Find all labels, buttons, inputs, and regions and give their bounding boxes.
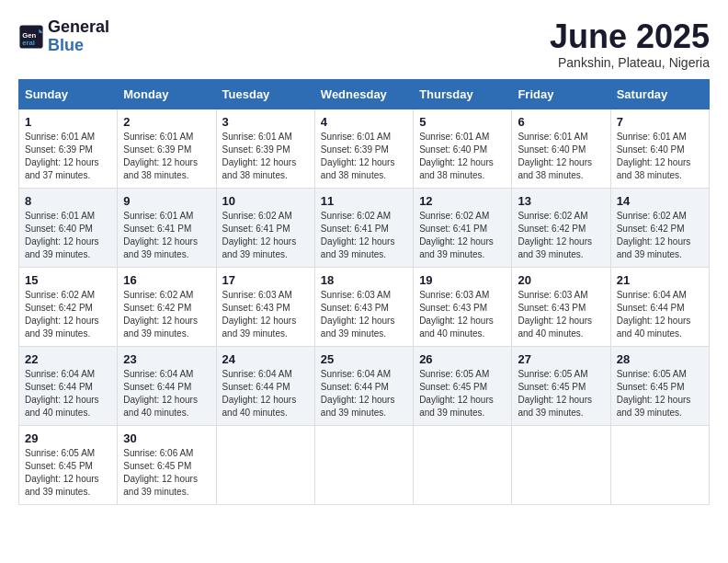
title-block: June 2025 Pankshin, Plateau, Nigeria — [550, 18, 710, 70]
calendar-cell: 22Sunrise: 6:04 AM Sunset: 6:44 PM Dayli… — [19, 346, 118, 425]
day-info: Sunrise: 6:05 AM Sunset: 6:45 PM Dayligh… — [419, 368, 506, 419]
day-number: 5 — [419, 115, 506, 129]
day-number: 30 — [123, 431, 210, 445]
calendar-cell: 29Sunrise: 6:05 AM Sunset: 6:45 PM Dayli… — [19, 425, 118, 504]
calendar-cell: 20Sunrise: 6:03 AM Sunset: 6:43 PM Dayli… — [512, 267, 610, 346]
day-number: 23 — [123, 352, 210, 366]
calendar-cell: 10Sunrise: 6:02 AM Sunset: 6:41 PM Dayli… — [216, 188, 314, 267]
calendar-cell: 24Sunrise: 6:04 AM Sunset: 6:44 PM Dayli… — [216, 346, 314, 425]
calendar-cell: 17Sunrise: 6:03 AM Sunset: 6:43 PM Dayli… — [216, 267, 314, 346]
calendar-cell — [610, 425, 709, 504]
calendar-cell: 3Sunrise: 6:01 AM Sunset: 6:39 PM Daylig… — [216, 109, 314, 188]
day-info: Sunrise: 6:01 AM Sunset: 6:41 PM Dayligh… — [123, 210, 210, 261]
svg-text:eral: eral — [22, 39, 35, 47]
day-info: Sunrise: 6:02 AM Sunset: 6:41 PM Dayligh… — [419, 210, 506, 261]
day-number: 22 — [25, 352, 111, 366]
day-info: Sunrise: 6:02 AM Sunset: 6:42 PM Dayligh… — [617, 210, 703, 261]
day-number: 24 — [222, 352, 309, 366]
day-number: 14 — [617, 194, 703, 208]
day-info: Sunrise: 6:01 AM Sunset: 6:40 PM Dayligh… — [419, 131, 506, 182]
calendar-cell: 15Sunrise: 6:02 AM Sunset: 6:42 PM Dayli… — [19, 267, 118, 346]
weekday-header: Wednesday — [314, 79, 413, 109]
logo-text-line1: General — [48, 18, 109, 37]
day-info: Sunrise: 6:02 AM Sunset: 6:42 PM Dayligh… — [25, 289, 111, 340]
calendar-cell: 13Sunrise: 6:02 AM Sunset: 6:42 PM Dayli… — [512, 188, 610, 267]
day-number: 2 — [123, 115, 210, 129]
weekday-header: Monday — [118, 79, 216, 109]
day-info: Sunrise: 6:01 AM Sunset: 6:39 PM Dayligh… — [222, 131, 309, 182]
day-info: Sunrise: 6:02 AM Sunset: 6:42 PM Dayligh… — [123, 289, 210, 340]
day-info: Sunrise: 6:01 AM Sunset: 6:40 PM Dayligh… — [25, 210, 111, 261]
calendar-cell: 21Sunrise: 6:04 AM Sunset: 6:44 PM Dayli… — [610, 267, 709, 346]
day-number: 7 — [617, 115, 703, 129]
day-info: Sunrise: 6:03 AM Sunset: 6:43 PM Dayligh… — [419, 289, 506, 340]
day-info: Sunrise: 6:02 AM Sunset: 6:41 PM Dayligh… — [321, 210, 407, 261]
calendar-cell: 30Sunrise: 6:06 AM Sunset: 6:45 PM Dayli… — [118, 425, 216, 504]
day-info: Sunrise: 6:06 AM Sunset: 6:45 PM Dayligh… — [123, 447, 210, 499]
day-number: 1 — [25, 115, 111, 129]
day-number: 13 — [518, 194, 604, 208]
calendar-cell: 27Sunrise: 6:05 AM Sunset: 6:45 PM Dayli… — [512, 346, 610, 425]
day-number: 18 — [321, 273, 407, 287]
day-info: Sunrise: 6:05 AM Sunset: 6:45 PM Dayligh… — [518, 368, 604, 419]
calendar-cell — [314, 425, 413, 504]
day-number: 11 — [321, 194, 407, 208]
weekday-header: Sunday — [19, 79, 118, 109]
calendar-week-row: 15Sunrise: 6:02 AM Sunset: 6:42 PM Dayli… — [19, 267, 710, 346]
day-number: 4 — [321, 115, 407, 129]
calendar-cell: 28Sunrise: 6:05 AM Sunset: 6:45 PM Dayli… — [610, 346, 709, 425]
weekday-header-row: SundayMondayTuesdayWednesdayThursdayFrid… — [19, 79, 710, 109]
day-info: Sunrise: 6:05 AM Sunset: 6:45 PM Dayligh… — [25, 447, 111, 499]
day-number: 12 — [419, 194, 506, 208]
calendar-cell: 14Sunrise: 6:02 AM Sunset: 6:42 PM Dayli… — [610, 188, 709, 267]
day-info: Sunrise: 6:01 AM Sunset: 6:39 PM Dayligh… — [321, 131, 407, 182]
day-number: 16 — [123, 273, 210, 287]
page-header: Gen eral General Blue June 2025 Pankshin… — [18, 18, 710, 70]
day-info: Sunrise: 6:01 AM Sunset: 6:40 PM Dayligh… — [617, 131, 703, 182]
weekday-header: Tuesday — [216, 79, 314, 109]
day-info: Sunrise: 6:03 AM Sunset: 6:43 PM Dayligh… — [518, 289, 604, 340]
logo: Gen eral General Blue — [18, 18, 109, 55]
weekday-header: Saturday — [610, 79, 709, 109]
day-number: 20 — [518, 273, 604, 287]
calendar-cell: 19Sunrise: 6:03 AM Sunset: 6:43 PM Dayli… — [414, 267, 512, 346]
calendar-week-row: 22Sunrise: 6:04 AM Sunset: 6:44 PM Dayli… — [19, 346, 710, 425]
day-number: 21 — [617, 273, 703, 287]
calendar-cell: 25Sunrise: 6:04 AM Sunset: 6:44 PM Dayli… — [314, 346, 413, 425]
day-info: Sunrise: 6:01 AM Sunset: 6:39 PM Dayligh… — [25, 131, 111, 182]
calendar-cell: 7Sunrise: 6:01 AM Sunset: 6:40 PM Daylig… — [610, 109, 709, 188]
day-info: Sunrise: 6:01 AM Sunset: 6:39 PM Dayligh… — [123, 131, 210, 182]
day-info: Sunrise: 6:04 AM Sunset: 6:44 PM Dayligh… — [321, 368, 407, 419]
day-info: Sunrise: 6:04 AM Sunset: 6:44 PM Dayligh… — [617, 289, 703, 340]
day-number: 6 — [518, 115, 604, 129]
day-number: 10 — [222, 194, 309, 208]
day-info: Sunrise: 6:04 AM Sunset: 6:44 PM Dayligh… — [222, 368, 309, 419]
calendar-cell — [216, 425, 314, 504]
day-info: Sunrise: 6:04 AM Sunset: 6:44 PM Dayligh… — [25, 368, 111, 419]
month-title: June 2025 — [550, 18, 710, 55]
calendar-cell: 12Sunrise: 6:02 AM Sunset: 6:41 PM Dayli… — [414, 188, 512, 267]
day-info: Sunrise: 6:01 AM Sunset: 6:40 PM Dayligh… — [518, 131, 604, 182]
calendar-cell: 16Sunrise: 6:02 AM Sunset: 6:42 PM Dayli… — [118, 267, 216, 346]
day-number: 15 — [25, 273, 111, 287]
day-info: Sunrise: 6:04 AM Sunset: 6:44 PM Dayligh… — [123, 368, 210, 419]
day-number: 29 — [25, 431, 111, 445]
calendar-table: SundayMondayTuesdayWednesdayThursdayFrid… — [18, 79, 710, 505]
weekday-header: Thursday — [414, 79, 512, 109]
day-info: Sunrise: 6:03 AM Sunset: 6:43 PM Dayligh… — [321, 289, 407, 340]
calendar-cell: 4Sunrise: 6:01 AM Sunset: 6:39 PM Daylig… — [314, 109, 413, 188]
calendar-cell: 9Sunrise: 6:01 AM Sunset: 6:41 PM Daylig… — [118, 188, 216, 267]
calendar-cell — [414, 425, 512, 504]
day-number: 25 — [321, 352, 407, 366]
day-number: 27 — [518, 352, 604, 366]
day-number: 28 — [617, 352, 703, 366]
weekday-header: Friday — [512, 79, 610, 109]
calendar-cell: 8Sunrise: 6:01 AM Sunset: 6:40 PM Daylig… — [19, 188, 118, 267]
calendar-cell: 6Sunrise: 6:01 AM Sunset: 6:40 PM Daylig… — [512, 109, 610, 188]
day-number: 26 — [419, 352, 506, 366]
calendar-cell: 11Sunrise: 6:02 AM Sunset: 6:41 PM Dayli… — [314, 188, 413, 267]
calendar-cell: 1Sunrise: 6:01 AM Sunset: 6:39 PM Daylig… — [19, 109, 118, 188]
day-number: 8 — [25, 194, 111, 208]
calendar-cell: 23Sunrise: 6:04 AM Sunset: 6:44 PM Dayli… — [118, 346, 216, 425]
location-subtitle: Pankshin, Plateau, Nigeria — [550, 55, 710, 70]
